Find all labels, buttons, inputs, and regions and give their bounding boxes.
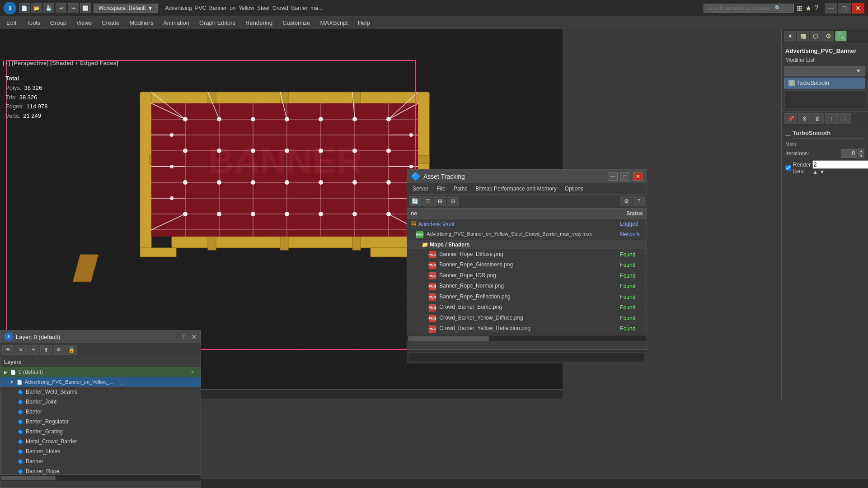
- col-status-header[interactable]: Status: [616, 209, 647, 219]
- menu-modifiers[interactable]: Modifiers: [125, 18, 158, 28]
- list-item[interactable]: 🔷 Barrier_Grating: [0, 427, 201, 437]
- bookmark-icon[interactable]: ★: [805, 4, 812, 13]
- turbosmooth-modifier[interactable]: ⚡ TurboSmooth: [784, 78, 865, 88]
- render-iters-checkbox[interactable]: [785, 165, 791, 171]
- save-file-button[interactable]: 💾: [43, 3, 54, 13]
- undo-button[interactable]: ↩: [56, 3, 66, 13]
- asset-help-icon[interactable]: ?: [633, 196, 645, 206]
- asset-grid-icon[interactable]: ⊞: [434, 196, 446, 206]
- menu-help[interactable]: Help: [353, 18, 375, 28]
- scene-icon[interactable]: ✦: [784, 31, 796, 42]
- list-item[interactable]: 🔷 Barrier_Regulator: [0, 417, 201, 427]
- list-item[interactable]: 🔷 Banner_Rope: [0, 466, 201, 474]
- table-row[interactable]: MAX Advertising_PVC_Banner_on_Yellow_Ste…: [407, 229, 647, 240]
- menu-create[interactable]: Create: [97, 18, 124, 28]
- configure-icon[interactable]: ⚙: [798, 113, 811, 124]
- asset-list-icon[interactable]: ☰: [422, 196, 433, 206]
- render-iters-down[interactable]: ▼: [820, 169, 825, 175]
- list-item[interactable]: ▶ 📄 0 (default) ✓: [0, 367, 201, 377]
- table-row[interactable]: 📁 Maps / Shaders: [407, 240, 647, 249]
- list-item[interactable]: 🔷 Barrier_Weld_Seams: [0, 387, 201, 397]
- table-row[interactable]: PNG Crowd_Barrier_Bump.png Found: [407, 302, 647, 313]
- iterations-up[interactable]: ▲: [858, 149, 864, 153]
- col-name-header[interactable]: ne: [407, 209, 616, 219]
- layers-help-button[interactable]: ?: [182, 334, 185, 340]
- layers-freeze-icon[interactable]: ❄: [53, 345, 65, 355]
- search-filter-icon[interactable]: ⊞: [797, 4, 802, 13]
- utility-icon[interactable]: ⚙: [822, 31, 834, 42]
- menu-tools[interactable]: Tools: [22, 18, 44, 28]
- extra-toolbar-button[interactable]: ⬜: [80, 3, 91, 13]
- table-row[interactable]: PNG Banner_Rope_Diffuse.png Found: [407, 249, 647, 260]
- asset-minimize-button[interactable]: —: [608, 172, 618, 181]
- list-item[interactable]: 🔷 Banner: [0, 456, 201, 466]
- menu-views[interactable]: Views: [72, 18, 96, 28]
- table-row[interactable]: 🏛 Autodesk Vault Logged: [407, 219, 647, 229]
- menu-options[interactable]: Options: [561, 185, 587, 193]
- iterations-input[interactable]: 0: [841, 149, 857, 158]
- modifier-icon[interactable]: 🔧: [835, 31, 847, 42]
- search-icon[interactable]: 🔍: [774, 5, 781, 11]
- new-file-button[interactable]: 📄: [19, 3, 30, 13]
- menu-group[interactable]: Group: [46, 18, 71, 28]
- asset-file-list[interactable]: ne Status 🏛 Autodesk Vault Logged MAX: [407, 209, 647, 335]
- menu-bitmap-perf[interactable]: Bitmap Performance and Memory: [472, 185, 560, 193]
- display-icon[interactable]: ▦: [797, 31, 809, 42]
- list-item[interactable]: 🔷 Barrier: [0, 407, 201, 417]
- list-item[interactable]: 🔷 Metal_Crowd_Barrier: [0, 437, 201, 446]
- menu-server[interactable]: Server: [409, 185, 432, 193]
- maximize-button[interactable]: □: [838, 3, 851, 14]
- delete-modifier-icon[interactable]: 🗑: [812, 113, 824, 124]
- asset-table-icon[interactable]: ⊟: [447, 196, 459, 206]
- minimize-button[interactable]: —: [825, 3, 837, 14]
- render-iters-up[interactable]: ▲: [812, 169, 818, 175]
- layers-show-hide-icon[interactable]: 👁: [2, 345, 14, 355]
- motion-icon[interactable]: ⬡: [810, 31, 821, 42]
- scrollbar-thumb[interactable]: [1, 476, 56, 480]
- redo-button[interactable]: ↪: [68, 3, 79, 13]
- asset-maximize-button[interactable]: □: [620, 172, 630, 181]
- asset-refresh-icon[interactable]: 🔄: [409, 196, 421, 206]
- asset-path-input[interactable]: [409, 352, 645, 361]
- layers-close-button[interactable]: ✕: [191, 333, 197, 341]
- search-input[interactable]: [707, 5, 774, 11]
- asset-scrollbar-thumb[interactable]: [408, 336, 489, 341]
- layers-horizontal-scrollbar[interactable]: [0, 474, 201, 481]
- asset-close-button[interactable]: ✕: [633, 172, 643, 181]
- iterations-down[interactable]: ▼: [858, 153, 864, 158]
- table-row[interactable]: PNG Crowd_Barrier_Yellow_Diffuse.png Fou…: [407, 313, 647, 324]
- close-button[interactable]: ✕: [852, 3, 864, 14]
- move-up-icon[interactable]: ↑: [825, 113, 838, 124]
- layers-move-icon[interactable]: ⬆: [40, 345, 52, 355]
- menu-maxscript[interactable]: MAXScript: [316, 18, 352, 28]
- menu-edit[interactable]: Edit: [2, 18, 21, 28]
- table-row[interactable]: PNG Banner_Rope_Reflection.png Found: [407, 292, 647, 302]
- menu-file[interactable]: File: [433, 185, 449, 193]
- menu-graph-editors[interactable]: Graph Editors: [195, 18, 240, 28]
- pin-icon[interactable]: 📌: [784, 113, 797, 124]
- list-item[interactable]: 🔷 Barrier_Joint: [0, 397, 201, 407]
- table-row[interactable]: PNG Banner_Rope_Normal.png Found: [407, 281, 647, 292]
- search-box[interactable]: 🔍: [704, 4, 794, 13]
- menu-animation[interactable]: Animation: [159, 18, 194, 28]
- list-item[interactable]: ▼ 📄 Advertising_PVC_Banner_on_Yellow_Ste…: [0, 377, 201, 387]
- render-iters-input[interactable]: 2: [812, 160, 868, 169]
- modifier-list-dropdown[interactable]: ▼: [784, 66, 865, 76]
- layers-lock-icon[interactable]: 🔒: [66, 345, 77, 355]
- ts-collapse-button[interactable]: —: [785, 132, 791, 139]
- workspace-button[interactable]: Workspace: Default ▼: [94, 4, 158, 13]
- table-row[interactable]: PNG Crowd_Barrier_Yellow_Reflection.png …: [407, 324, 647, 335]
- menu-paths[interactable]: Paths: [450, 185, 471, 193]
- layers-delete-icon[interactable]: ✕: [15, 345, 27, 355]
- move-down-icon[interactable]: ↓: [839, 113, 851, 124]
- menu-rendering[interactable]: Rendering: [241, 18, 277, 28]
- table-row[interactable]: PNG Banner_Rope_IOR.png Found: [407, 270, 647, 281]
- asset-horizontal-scrollbar[interactable]: [407, 335, 647, 341]
- open-file-button[interactable]: 📂: [31, 3, 42, 13]
- layers-add-icon[interactable]: +: [28, 345, 39, 355]
- menu-customize[interactable]: Customize: [278, 18, 314, 28]
- list-item[interactable]: 🔷 Banner_Holes: [0, 446, 201, 456]
- asset-settings-icon[interactable]: ⚙: [620, 196, 632, 206]
- help-icon[interactable]: ?: [814, 4, 818, 12]
- table-row[interactable]: PNG Banner_Rope_Glossiness.png Found: [407, 260, 647, 271]
